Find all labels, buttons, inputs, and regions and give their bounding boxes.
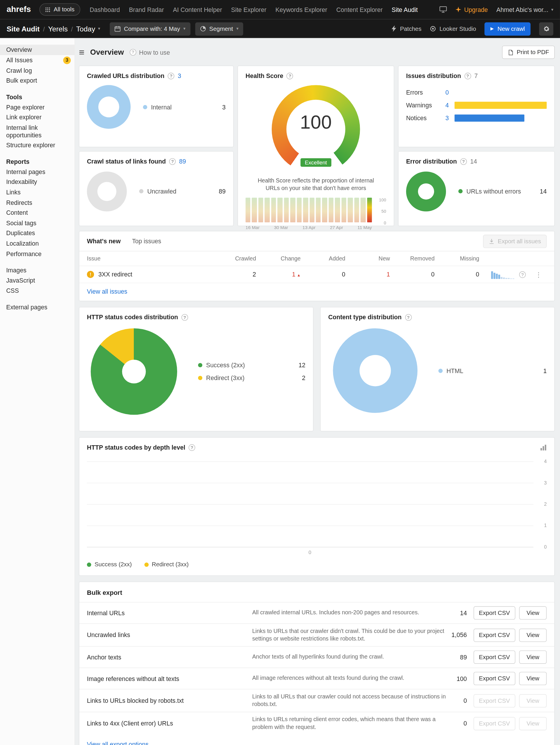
print-to-pdf-button[interactable]: Print to PDF bbox=[502, 46, 555, 59]
issues-row-label: Notices bbox=[406, 115, 436, 121]
sidebar-item-localization[interactable]: Localization bbox=[0, 238, 74, 249]
chart-row: Success (2xx) 12 Redirect (3xx) 2 bbox=[79, 324, 313, 415]
legend-dot bbox=[438, 368, 443, 373]
help-icon[interactable]: ? bbox=[287, 72, 293, 79]
chevron-down-icon: ▾ bbox=[98, 27, 100, 31]
view-all-export-options-link[interactable]: View all export options bbox=[87, 741, 149, 745]
sidebar-item-link-explorer[interactable]: Link explorer bbox=[0, 112, 74, 123]
sidebar-item-indexability[interactable]: Indexability bbox=[0, 177, 74, 187]
sidebar-item-label: Duplicates bbox=[6, 230, 35, 237]
ahrefs-logo[interactable]: ahrefs bbox=[7, 5, 31, 14]
issues-row-value-link[interactable]: 4 bbox=[436, 102, 449, 108]
help-icon[interactable]: ? bbox=[182, 314, 188, 320]
nav-brand-radar[interactable]: Brand Radar bbox=[129, 6, 164, 13]
nav-ai-content-helper[interactable]: AI Content Helper bbox=[173, 6, 222, 13]
help-icon[interactable]: ? bbox=[460, 158, 467, 165]
nav-keywords-explorer[interactable]: Keywords Explorer bbox=[275, 6, 327, 13]
crawled-urls-count-link[interactable]: 3 bbox=[178, 72, 181, 79]
nav-content-explorer[interactable]: Content Explorer bbox=[336, 6, 383, 13]
help-icon[interactable]: ? bbox=[464, 72, 471, 79]
error-distribution-count: 14 bbox=[470, 158, 477, 165]
help-icon[interactable]: ? bbox=[189, 444, 195, 451]
nav-site-audit[interactable]: Site Audit bbox=[392, 6, 418, 13]
crawl-status-card: Crawl status of links found ? 89 Uncrawl… bbox=[79, 151, 234, 226]
issue-link[interactable]: 3XX redirect bbox=[98, 271, 132, 278]
issue-sparkline bbox=[491, 270, 514, 279]
chart-legend: Success (2xx) 12 Redirect (3xx) 2 bbox=[198, 359, 305, 384]
settings-button[interactable] bbox=[539, 22, 553, 35]
help-icon[interactable]: ? bbox=[168, 72, 174, 79]
display-settings-button[interactable] bbox=[439, 6, 447, 13]
segment-button[interactable]: Segment ▾ bbox=[195, 22, 243, 35]
account-menu[interactable]: Ahmet Abic's wor... ▾ bbox=[496, 6, 553, 13]
compare-with-button[interactable]: Compare with: 4 May ▾ bbox=[110, 22, 190, 35]
sidebar-item-content[interactable]: Content bbox=[0, 208, 74, 218]
sidebar-item-internal-pages[interactable]: Internal pages bbox=[0, 167, 74, 177]
looker-studio-button[interactable]: Looker Studio bbox=[430, 25, 476, 32]
card-title: Content type distribution bbox=[328, 314, 401, 321]
sidebar-item-links[interactable]: Links bbox=[0, 187, 74, 197]
card-title: HTTP status codes distribution bbox=[87, 314, 178, 321]
breadcrumb-project[interactable]: Yerels bbox=[48, 25, 67, 33]
sidebar-item-internal-link-opportunities[interactable]: Internal link opportunities bbox=[0, 123, 74, 140]
sidebar-item-social-tags[interactable]: Social tags bbox=[0, 218, 74, 228]
segment-pie-icon bbox=[200, 26, 206, 32]
export-csv-button[interactable]: Export CSV bbox=[473, 672, 516, 685]
view-button[interactable]: View bbox=[519, 628, 547, 642]
kebab-menu-icon[interactable]: ⋮ bbox=[535, 271, 542, 278]
menu-icon[interactable]: ≡ bbox=[79, 47, 85, 57]
y-axis-tick: 2 bbox=[535, 501, 547, 507]
sidebar-item-crawl-log[interactable]: Crawl log bbox=[0, 65, 74, 76]
export-csv-button[interactable]: Export CSV bbox=[473, 628, 516, 642]
sidebar-item-redirects[interactable]: Redirects bbox=[0, 197, 74, 207]
change-number: 1 bbox=[292, 271, 296, 278]
export-all-issues-button[interactable]: Export all issues bbox=[483, 234, 547, 248]
tab-top-issues[interactable]: Top issues bbox=[132, 237, 161, 245]
issues-row-value-link[interactable]: 0 bbox=[436, 89, 449, 96]
chart-type-icon[interactable] bbox=[540, 444, 547, 451]
all-tools-button[interactable]: All tools bbox=[39, 3, 80, 15]
date-tick: 16 Mar bbox=[245, 225, 260, 230]
nav-site-explorer[interactable]: Site Explorer bbox=[231, 6, 266, 13]
issues-row-value-link[interactable]: 3 bbox=[436, 115, 449, 121]
issues-distribution-rows: Errors 0 Warnings 4 Notices 3 bbox=[399, 83, 555, 125]
segment-label: Segment bbox=[209, 25, 233, 32]
view-button[interactable]: View bbox=[519, 672, 547, 685]
view-button[interactable]: View bbox=[519, 606, 547, 620]
toolbar-right: Patches Looker Studio ▶ New crawl bbox=[392, 22, 554, 35]
patches-button[interactable]: Patches bbox=[392, 25, 422, 32]
sidebar-item-structure-explorer[interactable]: Structure explorer bbox=[0, 140, 74, 151]
sidebar-item-duplicates[interactable]: Duplicates bbox=[0, 228, 74, 238]
breadcrumb-crawl-date[interactable]: Today bbox=[76, 25, 95, 33]
sidebar-item-external-pages[interactable]: External pages bbox=[0, 302, 74, 312]
nav-dashboard[interactable]: Dashboard bbox=[90, 6, 120, 13]
crawl-status-count-link[interactable]: 89 bbox=[179, 158, 186, 165]
export-row-description: All image references without alt texts f… bbox=[252, 675, 447, 682]
export-csv-button[interactable]: Export CSV bbox=[473, 650, 516, 664]
sidebar-item-bulk-export[interactable]: Bulk export bbox=[0, 76, 74, 86]
help-icon[interactable]: ? bbox=[519, 271, 526, 278]
sidebar-item-css[interactable]: CSS bbox=[0, 286, 74, 296]
sidebar-item-javascript[interactable]: JavaScript bbox=[0, 275, 74, 286]
help-icon[interactable]: ? bbox=[169, 158, 176, 165]
how-to-use-link[interactable]: ? How to use bbox=[129, 48, 170, 56]
view-all-issues-link[interactable]: View all issues bbox=[87, 288, 127, 295]
health-score-card: Health Score ? 100 Excellent Health Scor… bbox=[237, 65, 394, 226]
sidebar-item-overview[interactable]: Overview bbox=[0, 44, 74, 55]
sidebar-item-images[interactable]: Images bbox=[0, 265, 74, 275]
upgrade-link[interactable]: Upgrade bbox=[456, 6, 488, 13]
depth-chart: 4 3 2 1 0 0 bbox=[87, 461, 547, 547]
sidebar-item-page-explorer[interactable]: Page explorer bbox=[0, 102, 74, 112]
breadcrumb-site-audit[interactable]: Site Audit bbox=[7, 25, 39, 33]
sidebar-item-label: Content bbox=[6, 209, 28, 217]
help-icon[interactable]: ? bbox=[405, 314, 411, 320]
export-csv-button[interactable]: Export CSV bbox=[473, 606, 516, 620]
sidebar-item-performance[interactable]: Performance bbox=[0, 249, 74, 259]
sidebar-item-all-issues[interactable]: All Issues3 bbox=[0, 55, 74, 65]
tab-whats-new[interactable]: What's new bbox=[87, 237, 121, 245]
new-crawl-button[interactable]: ▶ New crawl bbox=[485, 22, 531, 35]
bulk-export-row: Links to URLs blocked by robots.txt Link… bbox=[79, 689, 555, 712]
legend-value: 3 bbox=[222, 103, 226, 110]
view-button: View bbox=[519, 717, 547, 731]
view-button[interactable]: View bbox=[519, 650, 547, 664]
